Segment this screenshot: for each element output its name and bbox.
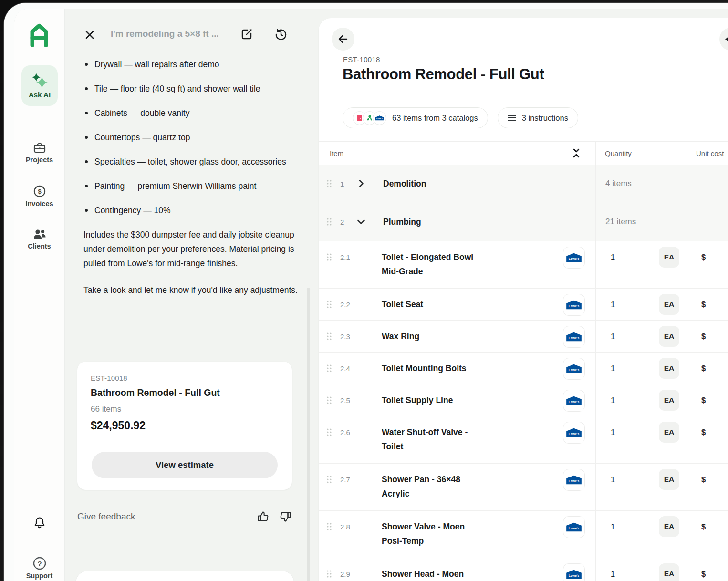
table-row[interactable]: 2.4Toilet Mounting BoltsLowe's1EA$	[319, 353, 728, 384]
drag-handle-icon[interactable]	[326, 253, 332, 261]
close-icon[interactable]	[83, 29, 96, 41]
quantity-value[interactable]: 1	[611, 522, 615, 531]
unit-chip[interactable]: EA	[659, 294, 679, 315]
drag-handle-icon[interactable]	[326, 364, 332, 373]
unit-cost-value[interactable]: $	[701, 570, 706, 579]
sidebar-item-invoices[interactable]: $ Invoices	[14, 185, 64, 208]
unit-cost-value[interactable]: $	[701, 253, 706, 262]
sidebar-item-clients[interactable]: Clients	[14, 228, 64, 250]
unit-cost-value[interactable]: $	[701, 428, 706, 437]
app-screen: Ask AI Projects $ Invoices	[14, 9, 728, 581]
compose-icon[interactable]	[240, 28, 253, 41]
unit-cost-value[interactable]: $	[701, 396, 706, 405]
unit-cost-value[interactable]: $	[701, 475, 706, 484]
table-row[interactable]: 2.3Wax RingLowe's1EA$	[319, 321, 728, 353]
quantity-value[interactable]: 1	[611, 364, 615, 373]
drag-handle-icon[interactable]	[326, 218, 332, 226]
unit-cost-value[interactable]: $	[701, 364, 706, 373]
drag-handle-icon[interactable]	[326, 570, 332, 578]
chat-bullet: Painting — premium Sherwin Williams pain…	[83, 179, 308, 193]
drag-handle-icon[interactable]	[326, 332, 332, 341]
ai-assistant-button[interactable]	[719, 28, 728, 51]
unit-cost-value[interactable]: $	[701, 522, 706, 531]
row-number: 2.5	[340, 396, 350, 405]
table-row[interactable]: 2.9Shower Head - MoenLowe's1EA$	[319, 558, 728, 581]
estimate-card-total: $24,950.92	[91, 419, 279, 432]
unit-chip[interactable]: EA	[659, 469, 679, 490]
collapse-all-icon[interactable]	[571, 147, 582, 159]
unit-chip[interactable]: EA	[659, 326, 679, 347]
sidebar-item-support[interactable]: ? Support	[14, 556, 64, 580]
thumbs-down-icon[interactable]	[280, 510, 292, 523]
quantity-value[interactable]: 1	[611, 300, 615, 309]
svg-text:Lowe's: Lowe's	[569, 368, 580, 372]
chevron-down-icon[interactable]	[356, 217, 366, 227]
view-estimate-button[interactable]: View estimate	[92, 452, 278, 478]
chat-scrollbar[interactable]	[307, 288, 310, 581]
table-header: Item Quantity Unit cost	[319, 141, 728, 165]
drag-handle-icon[interactable]	[326, 396, 332, 405]
row-name: Wax Ring	[382, 329, 419, 343]
quantity-value[interactable]: 1	[611, 428, 615, 437]
unit-cost-value[interactable]: $	[701, 300, 706, 309]
row-name-line: Water Shut-off Valve -	[382, 425, 468, 439]
ask-ai-button[interactable]: Ask AI	[21, 65, 58, 106]
give-feedback-label: Give feedback	[77, 511, 135, 522]
sidebar: Ask AI Projects $ Invoices	[14, 9, 65, 581]
table-row[interactable]: 2.5Toilet Supply LineLowe's1EA$	[319, 384, 728, 416]
svg-text:Lowe's: Lowe's	[569, 432, 580, 436]
notifications-bell-icon[interactable]	[33, 516, 46, 529]
unit-chip[interactable]: EA	[659, 358, 679, 379]
quantity-value[interactable]: 1	[611, 475, 615, 484]
chat-bullet: Countertops — quartz top	[83, 130, 308, 145]
drag-handle-icon[interactable]	[326, 179, 332, 188]
quantity-value[interactable]: 1	[611, 396, 615, 405]
history-icon[interactable]	[274, 28, 288, 41]
chevron-right-icon[interactable]	[356, 178, 366, 189]
svg-text:Lowe's: Lowe's	[569, 574, 580, 577]
lowes-badge: Lowe's	[563, 390, 585, 412]
badge-row: Lowe's 63 items from 3 catalogs 3 instru…	[343, 107, 578, 128]
row-name-line: Toilet	[382, 439, 468, 454]
list-icon	[508, 114, 516, 121]
column-header-unit-cost: Unit cost	[696, 149, 724, 157]
catalogs-badge[interactable]: Lowe's 63 items from 3 catalogs	[343, 107, 488, 128]
drag-handle-icon[interactable]	[326, 475, 332, 484]
table-row[interactable]: 2.2Toilet SeatLowe's1EA$	[319, 289, 728, 321]
estimate-id: EST-10018	[343, 55, 380, 63]
sidebar-item-label: Invoices	[14, 200, 64, 208]
header-divider	[319, 99, 728, 99]
drag-handle-icon[interactable]	[326, 522, 332, 531]
unit-chip[interactable]: EA	[659, 422, 679, 443]
table-row[interactable]: 2.8Shower Valve - MoenPosi-TempLowe's1EA…	[319, 511, 728, 558]
lowes-badge: Lowe's	[563, 422, 585, 444]
svg-text:Lowe's: Lowe's	[569, 304, 580, 308]
sparkles-icon	[31, 73, 48, 89]
handoff-logo-icon[interactable]	[27, 21, 52, 49]
quantity-value[interactable]: 1	[611, 570, 615, 579]
table-row[interactable]: 2Plumbing21 items	[319, 203, 728, 241]
estimate-card: EST-10018 Bathroom Remodel - Full Gut 66…	[77, 362, 292, 490]
table-row[interactable]: 2.7Shower Pan - 36×48AcrylicLowe's1EA$	[319, 464, 728, 511]
svg-text:$: $	[38, 188, 42, 195]
unit-chip[interactable]: EA	[659, 516, 679, 537]
back-button[interactable]	[332, 28, 354, 51]
thumbs-up-icon[interactable]	[257, 510, 269, 523]
chat-input[interactable]	[75, 571, 294, 581]
drag-handle-icon[interactable]	[326, 300, 332, 309]
unit-chip[interactable]: EA	[659, 390, 679, 411]
unit-chip[interactable]: EA	[659, 247, 679, 268]
table-row[interactable]: 2.1Toilet - Elongated BowlMid-GradeLowe'…	[319, 241, 728, 289]
unit-chip[interactable]: EA	[659, 563, 679, 581]
device-mockup: Ask AI Projects $ Invoices	[0, 0, 728, 581]
row-name-line: Toilet Mounting Bolts	[382, 361, 467, 375]
quantity-value[interactable]: 1	[611, 253, 615, 262]
row-name: Plumbing	[383, 215, 421, 229]
table-row[interactable]: 1Demolition4 items	[319, 165, 728, 203]
table-row[interactable]: 2.6Water Shut-off Valve -ToiletLowe's1EA…	[319, 416, 728, 464]
unit-cost-value[interactable]: $	[701, 332, 706, 341]
instructions-badge[interactable]: 3 instructions	[498, 107, 578, 128]
quantity-value[interactable]: 1	[611, 332, 615, 341]
drag-handle-icon[interactable]	[326, 428, 332, 436]
sidebar-item-projects[interactable]: Projects	[14, 142, 64, 164]
